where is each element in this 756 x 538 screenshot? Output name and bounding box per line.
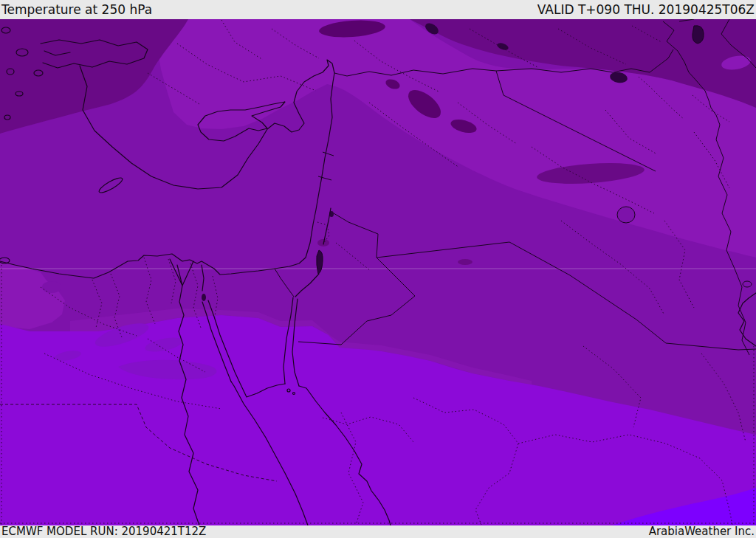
footer-bar: ECMWF MODEL RUN: 20190421T12Z ArabiaWeat… xyxy=(0,525,756,538)
valid-time-label: VALID T+090 THU. 20190425T06Z xyxy=(537,4,755,16)
temp-mid-hole xyxy=(42,281,61,293)
temperature-map-canvas xyxy=(0,19,756,525)
marsh-lake xyxy=(743,281,752,287)
temperature-fill-layers xyxy=(0,19,756,525)
header-bar: Temperature at 250 hPa VALID T+090 THU. … xyxy=(0,0,756,19)
lake-urmia xyxy=(693,26,704,44)
model-run-label: ECMWF MODEL RUN: 20190421T12Z xyxy=(1,526,206,537)
lake-tharthar xyxy=(617,207,635,223)
bitter-lakes xyxy=(202,294,206,301)
attribution-label: ArabiaWeather Inc. xyxy=(649,526,755,537)
map-title: Temperature at 250 hPa xyxy=(1,4,152,16)
weather-map xyxy=(0,19,756,525)
cold-pocket-jordan xyxy=(458,259,472,265)
